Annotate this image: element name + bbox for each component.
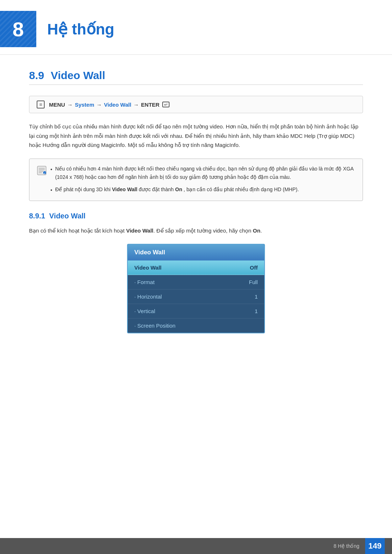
note-item-1: • Nếu có nhiều hơn 4 màn hình được kết n…: [50, 165, 355, 182]
vw-item-label-4: · Screen Position: [134, 323, 175, 329]
vw-menu: Video Wall Video Wall Off · Format Full …: [127, 244, 265, 333]
menu-videowall: Video Wall: [104, 102, 131, 108]
note-icon: ✓: [37, 165, 47, 176]
note-item-2: • Để phát nội dung 3D khi Video Wall đượ…: [50, 185, 355, 195]
vw-item-label-3: · Vertical: [134, 308, 155, 314]
chapter-header: 8 Hệ thống: [0, 0, 392, 55]
vw-item-label-2: · Horizontal: [134, 294, 162, 300]
vw-item-value-2: 1: [255, 294, 258, 300]
note-text-1: Nếu có nhiều hơn 4 màn hình được kết nối…: [55, 165, 355, 182]
bullet-1: •: [50, 165, 52, 182]
enter-icon: [162, 102, 170, 107]
menu-arrow3: →: [134, 102, 139, 108]
vw-menu-item-screen-position[interactable]: · Screen Position: [128, 319, 264, 333]
subsection-heading: 8.9.1 Video Wall: [29, 212, 363, 220]
svg-text:✓: ✓: [44, 172, 46, 175]
section-title: Video Wall: [51, 69, 105, 81]
vw-menu-item-horizontal[interactable]: · Horizontal 1: [128, 290, 264, 304]
footer-chapter-label: 8 Hệ thống: [334, 543, 359, 549]
note-box: ✓ • Nếu có nhiều hơn 4 màn hình được kết…: [29, 159, 363, 201]
footer-page-number: 149: [365, 538, 385, 554]
chapter-number-box: 8: [0, 11, 36, 47]
vw-item-label-0: Video Wall: [134, 264, 162, 271]
section-heading: 8.9Video Wall: [29, 69, 363, 85]
section-number: 8.9: [29, 69, 44, 81]
main-content: 8.9Video Wall MENU → System → Video Wall…: [0, 69, 392, 333]
subsection-number: 8.9.1: [29, 212, 45, 220]
menu-path: MENU → System → Video Wall → ENTER: [29, 96, 363, 113]
intro-text: Tùy chỉnh bố cục của nhiều màn hình được…: [29, 122, 363, 150]
vw-item-value-3: 1: [255, 308, 258, 314]
note-text-2: Để phát nội dung 3D khi Video Wall được …: [55, 185, 299, 195]
subsection-title: Video Wall: [49, 212, 86, 220]
menu-icon: [37, 100, 45, 108]
vw-menu-container: Video Wall Video Wall Off · Format Full …: [29, 244, 363, 333]
vw-item-value-1: Full: [249, 279, 258, 285]
chapter-title: Hệ thống: [47, 20, 114, 38]
menu-enter-label: ENTER: [141, 102, 160, 108]
menu-label: MENU: [49, 102, 65, 108]
vw-menu-item-videowall[interactable]: Video Wall Off: [128, 260, 264, 275]
vw-item-value-0: Off: [250, 264, 258, 271]
menu-arrow2: →: [97, 102, 102, 108]
vw-menu-item-format[interactable]: · Format Full: [128, 275, 264, 290]
chapter-number: 8: [12, 17, 24, 41]
vw-menu-item-vertical[interactable]: · Vertical 1: [128, 304, 264, 319]
vw-menu-title: Video Wall: [128, 245, 264, 260]
footer: 8 Hệ thống 149: [0, 538, 392, 554]
menu-arrow1: →: [67, 102, 73, 108]
bullet-2: •: [50, 186, 52, 195]
menu-system: System: [75, 102, 94, 108]
vw-item-label-1: · Format: [134, 279, 155, 285]
subsection-body: Bạn có thể kích hoạt hoặc tắt kích hoạt …: [29, 226, 363, 235]
note-content: • Nếu có nhiều hơn 4 màn hình được kết n…: [50, 165, 355, 195]
